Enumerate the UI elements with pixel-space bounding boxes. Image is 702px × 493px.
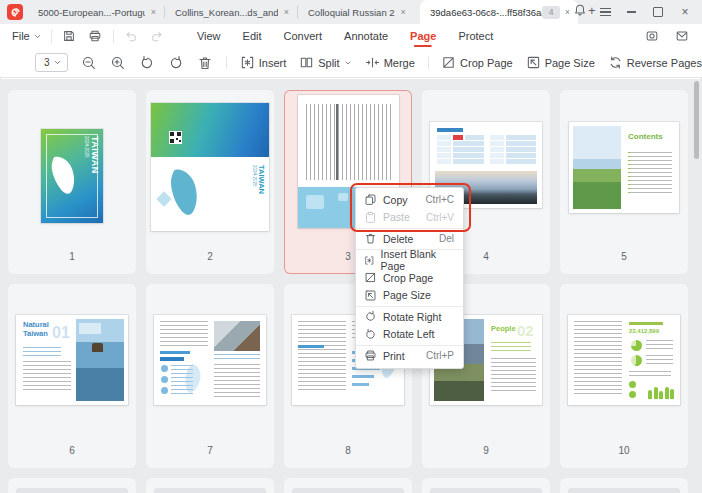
chapter-title: Natural Taiwan [23,321,49,338]
page-number: 8 [284,445,412,456]
menu-convert[interactable]: Convert [284,30,323,42]
page-size-button[interactable]: Page Size [526,55,595,70]
thumbnail-panel: 2024-2025 TAIWAN 1 [0,79,702,493]
zoom-out-button[interactable] [81,53,97,73]
rotate-right-icon [168,55,184,71]
table-title [437,128,463,132]
screen-capture-button[interactable] [643,26,660,46]
caption-lines [646,340,673,349]
page-7-thumbnail[interactable] [154,315,266,405]
tab-close-icon[interactable]: × [151,8,156,17]
pavilion-shape [92,343,103,352]
hamburger-menu-icon[interactable] [600,8,611,17]
zoom-out-icon [81,55,97,71]
insert-page-icon [240,55,255,70]
page-cell-12-partial[interactable] [146,478,274,493]
paragraph-lines [23,361,71,391]
context-paste-disabled[interactable]: Paste Ctrl+V [356,209,463,227]
context-print[interactable]: Print Ctrl+P [356,347,463,365]
chevron-down-icon [53,58,62,67]
menu-annotate[interactable]: Annotate [344,30,388,42]
context-insert-blank-page[interactable]: Insert Blank Page [356,252,463,270]
menubar-left-group: File [12,24,166,48]
cover-title: TAIWAN [257,165,266,194]
page-cell-14-partial[interactable] [422,478,550,493]
page-number-combobox[interactable]: 3 [35,53,68,72]
divider [113,30,114,43]
page-cell-11-partial[interactable] [8,478,136,493]
pie-chart [631,355,642,366]
rotate-left-button[interactable] [139,53,155,73]
vertical-scrollbar[interactable] [694,81,699,159]
page-cell-7[interactable]: 7 [146,284,274,468]
population-figure: 23,412,899 [629,328,659,334]
rotate-left-icon [139,55,155,71]
context-delete[interactable]: Delete Del [356,230,463,248]
page-cell-2[interactable]: 2024-2025 TAIWAN 2 [146,90,274,274]
notification-count-badge[interactable]: 4 [542,6,560,19]
page-number: 10 [560,445,688,456]
rotate-right-button[interactable] [168,53,184,73]
page-cell-5[interactable]: Contents 5 [560,90,688,274]
menu-edit[interactable]: Edit [243,30,262,42]
redo-button[interactable] [149,26,166,46]
print-button[interactable] [87,26,104,46]
context-page-size[interactable]: Page Size [356,287,463,305]
tab-label: 39da6e63-06c8-...ff58f36aa7ad * [430,7,559,18]
menu-view[interactable]: View [197,30,221,42]
trash-icon [197,55,213,71]
page-1-thumbnail[interactable]: 2024-2025 TAIWAN [41,129,103,223]
page-number-value: 3 [44,57,53,68]
page-number: 7 [146,445,274,456]
context-rotate-left[interactable]: Rotate Left [356,326,463,344]
page-cell-1[interactable]: 2024-2025 TAIWAN 1 [8,90,136,274]
tab-label: Collins_Korean...ds_and_phrases [175,7,278,18]
section-heading [298,345,324,348]
undo-button[interactable] [123,26,140,46]
context-rotate-right[interactable]: Rotate Right [356,308,463,326]
reverse-pages-button[interactable]: Reverse Pages [608,55,702,70]
page-10-thumbnail[interactable]: 23,412,899 [568,315,680,405]
page-5-thumbnail[interactable]: Contents [569,122,679,213]
file-menu[interactable]: File [12,30,42,42]
stat-icon [161,376,168,383]
window-close-button[interactable]: × [678,3,692,21]
page-size-icon [526,55,541,70]
tab-close-icon[interactable]: × [284,8,289,17]
menu-protect[interactable]: Protect [458,30,493,42]
undo-icon [124,29,138,43]
tab-document-1[interactable]: 5000-European...-Portuguese * × [28,0,164,24]
page-6-thumbnail[interactable]: Natural Taiwan 01 [16,315,128,405]
trash-icon [364,232,377,245]
context-copy[interactable]: Copy Ctrl+C [356,191,463,209]
zoom-in-button[interactable] [110,53,126,73]
maximize-button[interactable] [651,3,665,21]
page-cell-6[interactable]: Natural Taiwan 01 6 [8,284,136,468]
capture-icon [645,29,659,43]
crop-page-button[interactable]: Crop Page [441,55,513,70]
delete-page-button[interactable] [197,53,213,73]
tab-document-2[interactable]: Collins_Korean...ds_and_phrases × [165,0,297,24]
rotated-text-block [306,104,392,180]
page-number: 5 [560,251,688,262]
minimize-button[interactable] [624,3,638,21]
feedback-button[interactable] [673,26,690,46]
bell-icon[interactable] [573,3,587,21]
tab-close-icon[interactable]: × [401,8,406,17]
page-cell-10[interactable]: 23,412,899 10 [560,284,688,468]
cover-years: 2024-2025 [84,136,89,158]
insert-page-button[interactable]: Insert [240,55,287,70]
paragraph-lines [298,321,346,393]
save-button[interactable] [61,26,78,46]
page-cell-15-partial[interactable] [560,478,688,493]
split-button[interactable]: Split [299,55,351,70]
page-2-thumbnail[interactable]: 2024-2025 TAIWAN [151,103,269,231]
page-cell-13-partial[interactable] [284,478,412,493]
subtitle-lines [491,342,531,352]
caption-lines [646,355,673,364]
save-icon [62,29,76,43]
tab-document-3[interactable]: Colloquial Russian 2 × [298,0,420,24]
menu-page-active[interactable]: Page [410,30,436,42]
pdf-editor-window: 5000-European...-Portuguese * × Collins_… [0,0,702,493]
merge-button[interactable]: Merge [365,55,415,70]
